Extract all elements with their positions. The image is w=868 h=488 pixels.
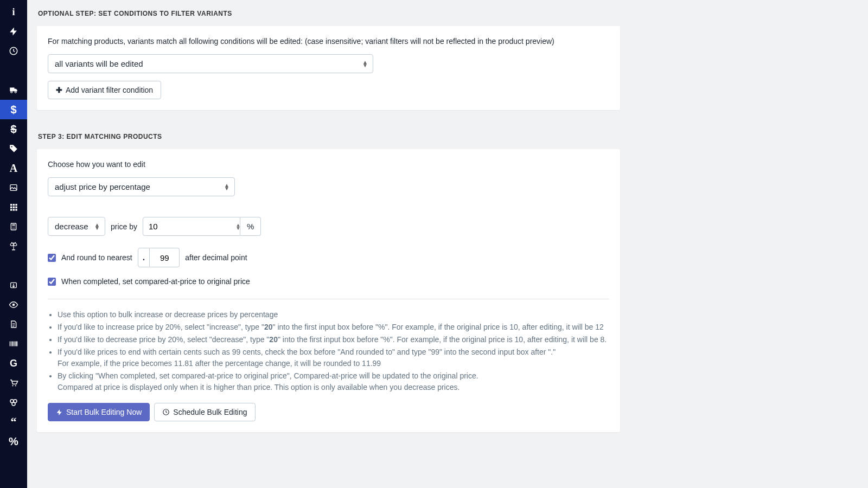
optional-step-heading: OPTIONAL STEP: SET CONDITIONS TO FILTER … bbox=[27, 0, 868, 22]
sidebar-item-info[interactable]: i bbox=[0, 2, 27, 22]
sidebar-item-clock[interactable] bbox=[0, 41, 27, 61]
dollar-icon: $ bbox=[10, 104, 16, 116]
quote-icon: “ bbox=[11, 419, 17, 425]
svg-rect-11 bbox=[10, 209, 12, 210]
tips-list: Use this option to bulk increase or decr… bbox=[48, 309, 609, 393]
archive-icon bbox=[9, 281, 18, 290]
svg-rect-10 bbox=[15, 207, 17, 208]
font-icon: A bbox=[10, 162, 17, 175]
sidebar-item-collections[interactable] bbox=[0, 393, 27, 412]
eye-icon bbox=[9, 300, 18, 310]
step3-heading: STEP 3: EDIT MATCHING PRODUCTS bbox=[27, 123, 868, 145]
svg-point-19 bbox=[12, 228, 12, 229]
price-by-label: price by bbox=[111, 222, 137, 231]
sidebar-item-strike-price[interactable]: $ bbox=[0, 119, 27, 139]
bolt-icon bbox=[9, 27, 18, 36]
svg-point-20 bbox=[13, 228, 14, 229]
calculator-icon bbox=[9, 222, 18, 231]
sidebar: i $ $ A G “ % bbox=[0, 0, 27, 467]
svg-point-17 bbox=[13, 227, 14, 227]
svg-point-2 bbox=[15, 91, 16, 93]
svg-point-21 bbox=[14, 228, 15, 229]
tag-icon bbox=[9, 144, 18, 153]
svg-point-23 bbox=[12, 304, 15, 306]
grid-icon bbox=[9, 203, 18, 211]
svg-rect-5 bbox=[10, 204, 12, 206]
strikethrough-dollar-icon: $ bbox=[10, 123, 16, 136]
round-label: And round to nearest bbox=[61, 253, 132, 262]
tip-item: If you'd like to increase price by 20%, … bbox=[58, 322, 609, 333]
sidebar-item-barcode[interactable] bbox=[0, 334, 27, 354]
step3-panel: Choose how you want to edit adjust price… bbox=[37, 149, 620, 432]
percent-addon: % bbox=[240, 217, 261, 236]
plus-icon: ✚ bbox=[56, 86, 62, 94]
tip-item: If you'd like to decrease price by 20%, … bbox=[58, 334, 609, 345]
compared-at-checkbox[interactable] bbox=[48, 278, 56, 286]
add-variant-condition-label: Add variant filter condition bbox=[66, 86, 153, 94]
google-icon: G bbox=[10, 358, 17, 369]
sidebar-item-archive[interactable] bbox=[0, 275, 27, 295]
sidebar-item-percent[interactable]: % bbox=[0, 432, 27, 451]
svg-rect-7 bbox=[15, 204, 17, 206]
bolt-icon bbox=[56, 409, 63, 416]
start-bulk-edit-label: Start Bulk Editing Now bbox=[66, 408, 142, 416]
svg-point-16 bbox=[12, 227, 12, 227]
schedule-bulk-edit-label: Schedule Bulk Editing bbox=[173, 408, 247, 416]
sidebar-item-grid[interactable] bbox=[0, 197, 27, 217]
barcode-icon bbox=[9, 339, 18, 349]
svg-rect-13 bbox=[15, 209, 17, 210]
svg-rect-9 bbox=[13, 207, 15, 208]
tip-item: If you'd like prices to end with certain… bbox=[58, 346, 609, 369]
clock-icon bbox=[162, 408, 170, 416]
svg-rect-15 bbox=[12, 224, 15, 226]
optional-step-panel: For matching products, variants match al… bbox=[37, 26, 620, 110]
info-icon: i bbox=[12, 7, 15, 18]
sidebar-item-price[interactable]: $ bbox=[0, 100, 27, 119]
decimal-dot: . bbox=[138, 248, 150, 267]
svg-point-3 bbox=[11, 146, 12, 147]
sidebar-item-cart[interactable] bbox=[0, 373, 27, 393]
svg-point-28 bbox=[12, 402, 15, 406]
round-checkbox[interactable] bbox=[48, 254, 56, 262]
percent-icon: % bbox=[9, 435, 18, 448]
compared-at-label: When completed, set compared-at-price to… bbox=[61, 277, 250, 286]
sidebar-item-text[interactable]: A bbox=[0, 158, 27, 178]
sidebar-item-calculator[interactable] bbox=[0, 217, 27, 236]
svg-rect-12 bbox=[13, 209, 15, 210]
edit-mode-select[interactable]: adjust price by percentage bbox=[48, 177, 235, 196]
after-decimal-label: after decimal point bbox=[185, 253, 247, 262]
optional-intro-text: For matching products, variants match al… bbox=[48, 37, 609, 46]
tip-item: Use this option to bulk increase or decr… bbox=[58, 309, 609, 320]
divider bbox=[48, 299, 609, 299]
svg-point-25 bbox=[15, 385, 16, 386]
collections-icon bbox=[9, 397, 18, 407]
direction-select[interactable]: decrease bbox=[48, 217, 105, 236]
cart-icon bbox=[9, 378, 18, 388]
svg-point-18 bbox=[14, 227, 15, 227]
sidebar-item-bolt[interactable] bbox=[0, 22, 27, 41]
svg-point-24 bbox=[12, 385, 13, 386]
document-icon bbox=[9, 320, 18, 329]
sidebar-item-truck[interactable] bbox=[0, 80, 27, 100]
schedule-bulk-edit-button[interactable]: Schedule Bulk Editing bbox=[154, 403, 255, 421]
sidebar-item-scale[interactable] bbox=[0, 236, 27, 256]
sidebar-item-image[interactable] bbox=[0, 178, 27, 197]
svg-point-1 bbox=[11, 91, 12, 93]
start-bulk-edit-button[interactable]: Start Bulk Editing Now bbox=[48, 403, 150, 421]
sidebar-item-quote[interactable]: “ bbox=[0, 412, 27, 432]
clock-icon bbox=[9, 46, 18, 56]
variant-filter-select[interactable]: all variants will be edited bbox=[48, 54, 373, 73]
truck-icon bbox=[9, 85, 18, 95]
scale-icon bbox=[9, 241, 18, 251]
choose-edit-label: Choose how you want to edit bbox=[48, 160, 609, 169]
sidebar-item-eye[interactable] bbox=[0, 295, 27, 314]
add-variant-condition-button[interactable]: ✚ Add variant filter condition bbox=[48, 81, 161, 99]
tip-item: By clicking "When completed, set compare… bbox=[58, 370, 609, 393]
cents-input[interactable] bbox=[150, 248, 180, 267]
main-content: OPTIONAL STEP: SET CONDITIONS TO FILTER … bbox=[27, 0, 868, 467]
percent-input[interactable] bbox=[143, 217, 240, 236]
sidebar-item-tag[interactable] bbox=[0, 139, 27, 158]
sidebar-item-document[interactable] bbox=[0, 314, 27, 334]
svg-rect-8 bbox=[10, 207, 12, 208]
sidebar-item-google[interactable]: G bbox=[0, 354, 27, 373]
